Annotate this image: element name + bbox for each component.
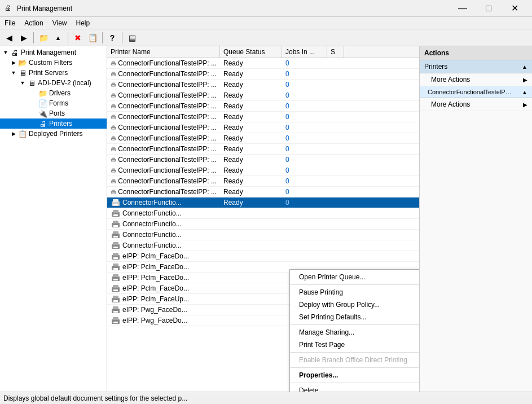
list-row[interactable]: ConnectorFunctionalTestelPP: ... Ready 0 <box>107 155 419 165</box>
svg-rect-4 <box>112 72 115 74</box>
context-menu: Open Printer Queue... Pause Printing Dep… <box>289 269 419 392</box>
svg-rect-11 <box>112 96 115 97</box>
maximize-button[interactable]: □ <box>476 0 502 17</box>
ctx-properties[interactable]: Properties... <box>290 369 419 381</box>
tree-item-printers[interactable]: 🖨 Printers <box>0 118 107 129</box>
title-bar: 🖨 Print Management — □ ✕ <box>0 0 532 17</box>
ctx-open-queue[interactable]: Open Printer Queue... <box>290 271 419 283</box>
minimize-button[interactable]: — <box>450 0 476 17</box>
ctx-deploy-group-policy[interactable]: Deploy with Group Policy... <box>290 298 419 311</box>
list-row[interactable]: ConnectorFunctionalTestelPP: ... Ready 0 <box>107 58 419 69</box>
col-queue-status[interactable]: Queue Status <box>220 46 282 58</box>
actions-section-connector-printer[interactable]: ConnectorFunctionalTestelPP: Pwg_FaceDow… <box>420 86 532 98</box>
printer-row-icon <box>111 134 116 142</box>
printer-row-icon <box>111 91 116 99</box>
svg-rect-41 <box>113 204 118 205</box>
tree-item-deployed-printers[interactable]: ▶ 📋 Deployed Printers <box>0 129 107 139</box>
actions-section-printers[interactable]: Printers ▲ <box>420 60 532 73</box>
printer-row-icon <box>111 295 121 303</box>
list-row[interactable]: ConnectorFunctio... <box>107 219 419 230</box>
svg-rect-2 <box>112 64 115 65</box>
printer-row-icon <box>111 241 121 249</box>
menu-help[interactable]: Help <box>72 17 95 29</box>
toggle-adi-dev2[interactable]: ▼ <box>18 80 27 86</box>
list-row[interactable]: ConnectorFunctionalTestelPP: ... Ready 0 <box>107 133 419 144</box>
ctx-pause-printing[interactable]: Pause Printing <box>290 286 419 298</box>
menu-view[interactable]: View <box>48 17 72 29</box>
actions-item-label-2: More Actions <box>431 100 470 108</box>
tree-item-ports[interactable]: 🔌 Ports <box>0 108 107 118</box>
list-row[interactable]: ConnectorFunctionalTestelPP: ... Ready 0 <box>107 176 419 187</box>
actions-item-more-actions-connector[interactable]: More Actions ▶ <box>420 98 532 111</box>
forms-icon: 📄 <box>38 99 47 108</box>
svg-rect-52 <box>113 242 118 245</box>
forward-button[interactable]: ▶ <box>17 31 30 45</box>
tree-label-print-management: Print Management <box>21 49 76 56</box>
export-button[interactable]: 📋 <box>86 31 99 45</box>
toggle-deployed-printers[interactable]: ▶ <box>9 131 18 137</box>
toolbar-sep-2 <box>68 32 68 43</box>
col-jobs-in[interactable]: Jobs In ... <box>282 46 327 58</box>
menu-file[interactable]: File <box>0 17 20 29</box>
svg-rect-43 <box>113 210 118 213</box>
col-s[interactable]: S <box>327 46 344 58</box>
list-row[interactable]: ConnectorFunctionalTestelPP: ... Ready 0 <box>107 144 419 155</box>
svg-rect-47 <box>113 225 118 227</box>
list-row[interactable]: ConnectorFunctionalTestelPP: ... Ready 0 <box>107 122 419 133</box>
printer-row-icon <box>111 156 116 164</box>
tree-item-adi-dev2[interactable]: ▼ 🖥 ADI-DEV-2 (local) <box>0 78 107 88</box>
list-row[interactable]: ConnectorFunctionalTestelPP: ... Ready 0 <box>107 90 419 101</box>
toolbar-sep-3 <box>102 32 103 43</box>
printer-row-icon <box>111 220 121 228</box>
svg-rect-58 <box>113 264 118 266</box>
list-row[interactable]: ConnectorFunctionalTestelPP: ... Ready 0 <box>107 80 419 90</box>
svg-rect-40 <box>113 199 118 202</box>
tree-item-drivers[interactable]: 📁 Drivers <box>0 88 107 98</box>
tree-item-custom-filters[interactable]: ▶ 📂 Custom Filters <box>0 58 107 68</box>
ctx-set-printing-defaults[interactable]: Set Printing Defaults... <box>290 311 419 323</box>
adi-dev2-icon: 🖥 <box>27 78 36 87</box>
tree-label-print-servers: Print Servers <box>29 69 68 77</box>
toolbar: ◀ ▶ 📁 ▲ ✖ 📋 ? ▤ <box>0 29 532 46</box>
drivers-icon: 📁 <box>38 89 47 98</box>
svg-rect-61 <box>113 274 118 277</box>
col-printer-name[interactable]: Printer Name <box>107 46 220 58</box>
list-row[interactable]: ConnectorFunctionalTestelPP: ... Ready 0 <box>107 69 419 80</box>
up-button[interactable]: ▲ <box>51 31 65 45</box>
list-panel: Printer Name Queue Status Jobs In ... S … <box>107 46 419 392</box>
list-row-selected[interactable]: ConnectorFunctio... Ready 0 <box>107 197 419 208</box>
list-row[interactable]: ConnectorFunctio... <box>107 208 419 219</box>
view-button[interactable]: ▤ <box>125 31 139 45</box>
folder-button[interactable]: 📁 <box>37 31 50 45</box>
close-button[interactable]: ✕ <box>502 0 527 17</box>
toggle-print-management[interactable]: ▼ <box>1 50 10 55</box>
ctx-manage-sharing[interactable]: Manage Sharing... <box>290 326 419 339</box>
list-row[interactable]: eIPP: Pclm_FaceDo... <box>107 251 419 262</box>
toggle-custom-filters[interactable]: ▶ <box>9 60 18 65</box>
svg-rect-13 <box>112 104 115 106</box>
menu-bar: File Action View Help <box>0 17 532 29</box>
svg-rect-50 <box>113 236 118 238</box>
ctx-print-test-page[interactable]: Print Test Page <box>290 339 419 351</box>
tree-item-print-management[interactable]: ▼ 🖨 Print Management <box>0 47 107 58</box>
list-row[interactable]: ConnectorFunctio... <box>107 240 419 251</box>
delete-button[interactable]: ✖ <box>71 31 85 45</box>
printer-row-icon <box>111 177 116 185</box>
svg-rect-34 <box>112 179 115 181</box>
help-button[interactable]: ? <box>105 31 119 45</box>
printer-row-icon <box>111 188 116 196</box>
list-row[interactable]: ConnectorFunctio... <box>107 230 419 240</box>
list-row[interactable]: ConnectorFunctionalTestelPP: ... Ready 0 <box>107 187 419 197</box>
ctx-delete[interactable]: Delete <box>290 384 419 392</box>
printer-row-icon <box>111 166 116 174</box>
actions-item-more-actions-printers[interactable]: More Actions ▶ <box>420 73 532 86</box>
toolbar-sep-1 <box>33 32 34 43</box>
menu-action[interactable]: Action <box>20 17 47 29</box>
tree-item-print-servers[interactable]: ▼ 🖥 Print Servers <box>0 68 107 78</box>
list-row[interactable]: ConnectorFunctionalTestelPP: ... Ready 0 <box>107 165 419 176</box>
back-button[interactable]: ◀ <box>2 31 16 45</box>
list-row[interactable]: ConnectorFunctionalTestelPP: ... Ready 0 <box>107 112 419 122</box>
list-row[interactable]: ConnectorFunctionalTestelPP: ... Ready 0 <box>107 101 419 112</box>
toggle-print-servers[interactable]: ▼ <box>9 70 18 76</box>
tree-item-forms[interactable]: 📄 Forms <box>0 98 107 108</box>
